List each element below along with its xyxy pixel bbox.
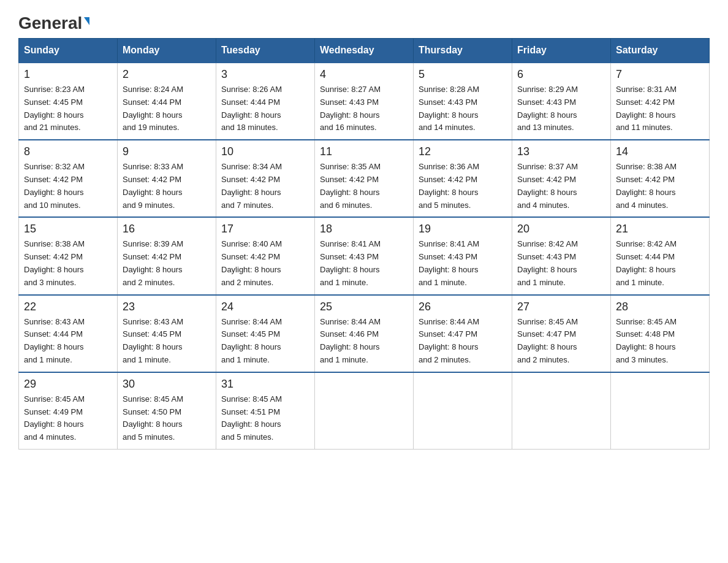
day-info: Sunrise: 8:41 AMSunset: 4:43 PMDaylight:… [419, 238, 507, 289]
day-info: Sunrise: 8:45 AMSunset: 4:47 PMDaylight:… [517, 316, 605, 367]
day-number: 19 [419, 223, 507, 236]
day-info: Sunrise: 8:35 AMSunset: 4:42 PMDaylight:… [320, 161, 408, 212]
day-info: Sunrise: 8:26 AMSunset: 4:44 PMDaylight:… [221, 83, 309, 134]
day-number: 27 [517, 301, 605, 313]
day-number: 14 [616, 145, 704, 158]
day-info: Sunrise: 8:43 AMSunset: 4:45 PMDaylight:… [123, 316, 211, 367]
calendar-cell: 30Sunrise: 8:45 AMSunset: 4:50 PMDayligh… [118, 372, 216, 450]
calendar-cell: 18Sunrise: 8:41 AMSunset: 4:43 PMDayligh… [315, 217, 414, 294]
day-info: Sunrise: 8:45 AMSunset: 4:51 PMDaylight:… [221, 393, 309, 444]
day-number: 10 [221, 145, 309, 158]
day-info: Sunrise: 8:36 AMSunset: 4:42 PMDaylight:… [419, 161, 507, 212]
day-number: 21 [616, 223, 704, 236]
day-number: 7 [616, 68, 704, 81]
day-number: 28 [616, 301, 704, 313]
day-number: 1 [24, 68, 112, 81]
day-number: 26 [419, 301, 507, 313]
day-info: Sunrise: 8:39 AMSunset: 4:42 PMDaylight:… [123, 238, 211, 289]
day-info: Sunrise: 8:23 AMSunset: 4:45 PMDaylight:… [24, 83, 112, 134]
calendar-cell: 26Sunrise: 8:44 AMSunset: 4:47 PMDayligh… [414, 295, 512, 372]
day-info: Sunrise: 8:45 AMSunset: 4:49 PMDaylight:… [24, 393, 112, 444]
day-number: 2 [123, 68, 211, 81]
calendar-cell [611, 372, 710, 450]
calendar-cell: 2Sunrise: 8:24 AMSunset: 4:44 PMDaylight… [118, 63, 216, 140]
day-number: 24 [221, 301, 309, 313]
day-number: 4 [320, 68, 408, 81]
calendar-cell: 7Sunrise: 8:31 AMSunset: 4:42 PMDaylight… [611, 63, 710, 140]
day-info: Sunrise: 8:24 AMSunset: 4:44 PMDaylight:… [123, 83, 211, 134]
calendar-cell: 14Sunrise: 8:38 AMSunset: 4:42 PMDayligh… [611, 140, 710, 217]
calendar-cell: 23Sunrise: 8:43 AMSunset: 4:45 PMDayligh… [118, 295, 216, 372]
day-number: 22 [24, 301, 112, 313]
calendar-table: SundayMondayTuesdayWednesdayThursdayFrid… [18, 38, 710, 450]
day-info: Sunrise: 8:37 AMSunset: 4:42 PMDaylight:… [517, 161, 605, 212]
day-number: 9 [123, 145, 211, 158]
header-sunday: Sunday [19, 39, 118, 63]
day-number: 31 [221, 378, 309, 391]
calendar-cell: 25Sunrise: 8:44 AMSunset: 4:46 PMDayligh… [315, 295, 414, 372]
day-info: Sunrise: 8:41 AMSunset: 4:43 PMDaylight:… [320, 238, 408, 289]
day-info: Sunrise: 8:38 AMSunset: 4:42 PMDaylight:… [24, 238, 112, 289]
calendar-cell: 5Sunrise: 8:28 AMSunset: 4:43 PMDaylight… [414, 63, 512, 140]
day-info: Sunrise: 8:44 AMSunset: 4:47 PMDaylight:… [419, 316, 507, 367]
calendar-cell: 22Sunrise: 8:43 AMSunset: 4:44 PMDayligh… [19, 295, 118, 372]
calendar-week-1: 1Sunrise: 8:23 AMSunset: 4:45 PMDaylight… [19, 63, 710, 140]
calendar-cell: 19Sunrise: 8:41 AMSunset: 4:43 PMDayligh… [414, 217, 512, 294]
day-number: 13 [517, 145, 605, 158]
header-friday: Friday [512, 39, 611, 63]
calendar-cell: 12Sunrise: 8:36 AMSunset: 4:42 PMDayligh… [414, 140, 512, 217]
calendar-cell: 4Sunrise: 8:27 AMSunset: 4:43 PMDaylight… [315, 63, 414, 140]
calendar-week-2: 8Sunrise: 8:32 AMSunset: 4:42 PMDaylight… [19, 140, 710, 217]
logo: General [18, 15, 89, 31]
day-info: Sunrise: 8:31 AMSunset: 4:42 PMDaylight:… [616, 83, 704, 134]
calendar-cell: 10Sunrise: 8:34 AMSunset: 4:42 PMDayligh… [216, 140, 315, 217]
header-monday: Monday [118, 39, 216, 63]
day-number: 16 [123, 223, 211, 236]
day-info: Sunrise: 8:40 AMSunset: 4:42 PMDaylight:… [221, 238, 309, 289]
calendar-cell: 17Sunrise: 8:40 AMSunset: 4:42 PMDayligh… [216, 217, 315, 294]
day-info: Sunrise: 8:42 AMSunset: 4:43 PMDaylight:… [517, 238, 605, 289]
day-info: Sunrise: 8:44 AMSunset: 4:46 PMDaylight:… [320, 316, 408, 367]
day-info: Sunrise: 8:29 AMSunset: 4:43 PMDaylight:… [517, 83, 605, 134]
day-number: 15 [24, 223, 112, 236]
calendar-cell: 21Sunrise: 8:42 AMSunset: 4:44 PMDayligh… [611, 217, 710, 294]
day-number: 17 [221, 223, 309, 236]
calendar-cell [414, 372, 512, 450]
day-number: 5 [419, 68, 507, 81]
calendar-cell: 24Sunrise: 8:44 AMSunset: 4:45 PMDayligh… [216, 295, 315, 372]
day-info: Sunrise: 8:45 AMSunset: 4:50 PMDaylight:… [123, 393, 211, 444]
calendar-cell: 3Sunrise: 8:26 AMSunset: 4:44 PMDaylight… [216, 63, 315, 140]
day-info: Sunrise: 8:32 AMSunset: 4:42 PMDaylight:… [24, 161, 112, 212]
calendar-cell: 11Sunrise: 8:35 AMSunset: 4:42 PMDayligh… [315, 140, 414, 217]
calendar-cell: 13Sunrise: 8:37 AMSunset: 4:42 PMDayligh… [512, 140, 611, 217]
day-info: Sunrise: 8:44 AMSunset: 4:45 PMDaylight:… [221, 316, 309, 367]
calendar-cell: 20Sunrise: 8:42 AMSunset: 4:43 PMDayligh… [512, 217, 611, 294]
calendar-cell: 29Sunrise: 8:45 AMSunset: 4:49 PMDayligh… [19, 372, 118, 450]
header-saturday: Saturday [611, 39, 710, 63]
day-info: Sunrise: 8:27 AMSunset: 4:43 PMDaylight:… [320, 83, 408, 134]
day-number: 23 [123, 301, 211, 313]
calendar-cell: 16Sunrise: 8:39 AMSunset: 4:42 PMDayligh… [118, 217, 216, 294]
day-number: 8 [24, 145, 112, 158]
calendar-cell: 31Sunrise: 8:45 AMSunset: 4:51 PMDayligh… [216, 372, 315, 450]
day-number: 6 [517, 68, 605, 81]
calendar-cell: 15Sunrise: 8:38 AMSunset: 4:42 PMDayligh… [19, 217, 118, 294]
header-thursday: Thursday [414, 39, 512, 63]
calendar-week-5: 29Sunrise: 8:45 AMSunset: 4:49 PMDayligh… [19, 372, 710, 450]
calendar-cell [512, 372, 611, 450]
calendar-cell: 8Sunrise: 8:32 AMSunset: 4:42 PMDaylight… [19, 140, 118, 217]
calendar-week-4: 22Sunrise: 8:43 AMSunset: 4:44 PMDayligh… [19, 295, 710, 372]
day-number: 20 [517, 223, 605, 236]
day-number: 12 [419, 145, 507, 158]
calendar-cell [315, 372, 414, 450]
day-number: 29 [24, 378, 112, 391]
day-number: 30 [123, 378, 211, 391]
day-number: 3 [221, 68, 309, 81]
day-info: Sunrise: 8:45 AMSunset: 4:48 PMDaylight:… [616, 316, 704, 367]
calendar-cell: 9Sunrise: 8:33 AMSunset: 4:42 PMDaylight… [118, 140, 216, 217]
calendar-cell: 1Sunrise: 8:23 AMSunset: 4:45 PMDaylight… [19, 63, 118, 140]
logo-text: General [18, 15, 89, 32]
day-number: 25 [320, 301, 408, 313]
calendar-header-row: SundayMondayTuesdayWednesdayThursdayFrid… [19, 39, 710, 63]
calendar-cell: 27Sunrise: 8:45 AMSunset: 4:47 PMDayligh… [512, 295, 611, 372]
